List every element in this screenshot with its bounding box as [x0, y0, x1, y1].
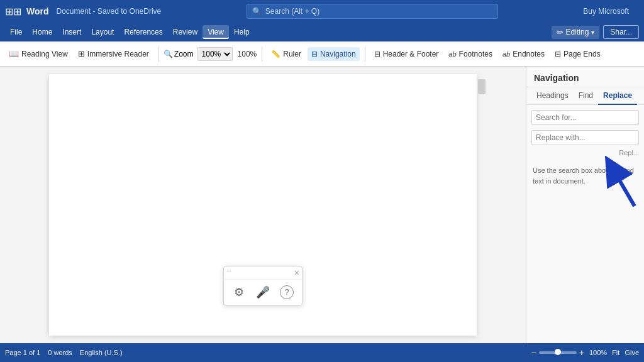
- zoom-slider-area: − +: [531, 348, 584, 358]
- page-ends-button[interactable]: ⊟ Page Ends: [551, 47, 604, 61]
- menu-view[interactable]: View: [203, 25, 229, 39]
- tab-find[interactable]: Find: [574, 87, 598, 105]
- fit-label[interactable]: Fit: [612, 349, 619, 356]
- navigation-panel: Navigation Headings Find Replace Repl...…: [526, 67, 644, 343]
- zoom-slider-thumb: [555, 349, 561, 355]
- word-count: 0 words: [48, 349, 72, 356]
- arrow-container: [526, 194, 644, 256]
- menu-bar: File Home Insert Layout References Revie…: [0, 23, 644, 41]
- navigation-tabs: Headings Find Replace: [526, 87, 644, 105]
- menu-file[interactable]: File: [5, 25, 27, 39]
- share-button[interactable]: Shar...: [603, 25, 639, 39]
- zoom-percent: 100%: [589, 349, 607, 356]
- title-search-bar[interactable]: 🔍 Search (Alt + Q): [247, 4, 498, 19]
- immersive-reader-icon: ⊞: [78, 49, 85, 58]
- footnotes-icon: ab: [448, 50, 456, 58]
- doc-title: Document - Saved to OneDrive: [57, 7, 162, 16]
- tab-headings[interactable]: Headings: [531, 87, 574, 105]
- ribbon-separator-1: [158, 47, 158, 62]
- floating-toolbar-body: ⚙ 🎤 ?: [224, 280, 302, 305]
- language: English (U.S.): [80, 349, 123, 356]
- windows-grid-icon[interactable]: ⊞: [5, 6, 21, 18]
- reading-view-icon: 📖: [9, 49, 19, 58]
- pencil-icon: ✏: [557, 28, 564, 37]
- ruler-button[interactable]: 📏 Ruler: [267, 47, 305, 61]
- document-area: ··· ⚙ 🎤 ?: [0, 67, 526, 343]
- endnotes-icon: ab: [502, 50, 510, 58]
- close-icon[interactable]: [294, 268, 299, 278]
- floating-toolbar: ··· ⚙ 🎤 ?: [223, 266, 303, 305]
- editing-label: Editing: [566, 28, 589, 36]
- ribbon: 📖 Reading View ⊞ Immersive Reader 🔍 Zoom…: [0, 41, 644, 67]
- endnotes-button[interactable]: ab Endnotes: [499, 47, 548, 61]
- header-footer-button[interactable]: ⊟ Header & Footer: [370, 47, 443, 61]
- navigation-panel-title: Navigation: [526, 67, 644, 87]
- zoom-slider[interactable]: [539, 351, 577, 354]
- chevron-down-icon: ▾: [591, 29, 594, 36]
- menu-help[interactable]: Help: [229, 25, 255, 39]
- editing-button[interactable]: ✏ Editing ▾: [552, 26, 600, 39]
- immersive-reader-button[interactable]: ⊞ Immersive Reader: [74, 47, 153, 61]
- help-icon[interactable]: ?: [278, 283, 296, 301]
- main-area: ··· ⚙ 🎤 ? Navigation Headings Find Repla…: [0, 67, 644, 343]
- page-info: Page 1 of 1: [5, 349, 40, 356]
- search-icon: 🔍: [252, 7, 262, 16]
- menu-layout[interactable]: Layout: [86, 25, 119, 39]
- tab-replace[interactable]: Replace: [598, 87, 637, 105]
- page-ends-icon: ⊟: [555, 50, 561, 58]
- title-bar: ⊞ Word Document - Saved to OneDrive 🔍 Se…: [0, 0, 644, 23]
- status-bar: Page 1 of 1 0 words English (U.S.) − + 1…: [0, 343, 644, 362]
- buy-microsoft[interactable]: Buy Microsoft: [583, 7, 629, 16]
- footnotes-button[interactable]: ab Footnotes: [445, 47, 496, 61]
- zoom-plus-button[interactable]: +: [579, 348, 584, 358]
- zoom-pct-label: 100%: [238, 50, 257, 58]
- toolbar-dots: ···: [226, 268, 231, 278]
- floating-toolbar-header: ···: [224, 266, 302, 280]
- settings-icon[interactable]: ⚙: [230, 283, 248, 301]
- ribbon-separator-2: [262, 47, 262, 62]
- arrow-annotation: [575, 156, 644, 212]
- ruler-icon: 📏: [271, 50, 280, 58]
- reading-view-button[interactable]: 📖 Reading View: [5, 47, 72, 61]
- navigation-icon: ⊟: [311, 50, 318, 58]
- menu-references[interactable]: References: [119, 25, 167, 39]
- app-name: Word: [26, 6, 49, 16]
- search-placeholder: Search (Alt + Q): [265, 7, 319, 16]
- status-right: − + 100% Fit Give: [531, 348, 639, 358]
- menu-home[interactable]: Home: [27, 25, 57, 39]
- microphone-icon[interactable]: 🎤: [254, 283, 272, 301]
- ribbon-separator-3: [365, 47, 365, 62]
- zoom-minus-button[interactable]: −: [531, 348, 536, 358]
- page-handle: [478, 79, 486, 94]
- zoom-control: 🔍 Zoom 100% 75% 150%: [164, 47, 233, 61]
- navigation-button[interactable]: ⊟ Navigation: [308, 47, 360, 61]
- give-label[interactable]: Give: [625, 349, 639, 356]
- zoom-select[interactable]: 100% 75% 150%: [197, 47, 233, 61]
- zoom-icon: 🔍: [164, 50, 173, 58]
- menu-review[interactable]: Review: [168, 25, 203, 39]
- header-footer-icon: ⊟: [374, 50, 380, 58]
- replace-with-input[interactable]: [531, 130, 639, 145]
- menu-insert[interactable]: Insert: [57, 25, 86, 39]
- search-for-input[interactable]: [531, 110, 639, 125]
